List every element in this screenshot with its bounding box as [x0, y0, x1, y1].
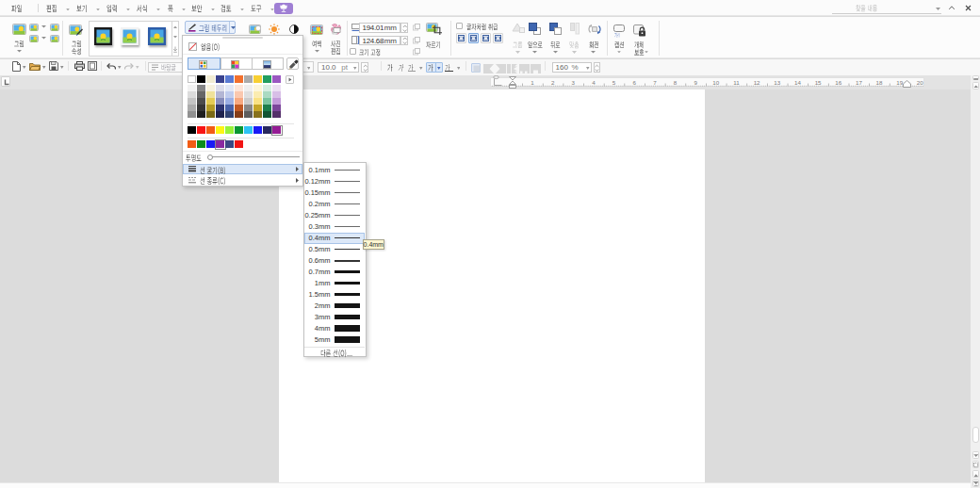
svg-text:4: 4 — [592, 79, 596, 86]
svg-text:8: 8 — [674, 79, 678, 86]
svg-text:20: 20 — [917, 79, 923, 86]
svg-text:7: 7 — [653, 79, 657, 86]
svg-text:11: 11 — [733, 79, 740, 86]
svg-text:1: 1 — [531, 79, 534, 86]
svg-text:17: 17 — [856, 79, 862, 86]
svg-text:5: 5 — [612, 79, 616, 86]
svg-text:12: 12 — [754, 79, 760, 86]
svg-text:3: 3 — [572, 79, 576, 86]
svg-text:10: 10 — [712, 79, 719, 86]
svg-text:9: 9 — [694, 79, 697, 86]
svg-text:16: 16 — [835, 79, 841, 86]
svg-text:2: 2 — [551, 79, 555, 86]
svg-text:13: 13 — [774, 79, 780, 86]
svg-text:15: 15 — [815, 79, 822, 86]
svg-text:14: 14 — [794, 79, 801, 86]
svg-text:6: 6 — [632, 79, 636, 86]
svg-text:18: 18 — [876, 79, 883, 86]
